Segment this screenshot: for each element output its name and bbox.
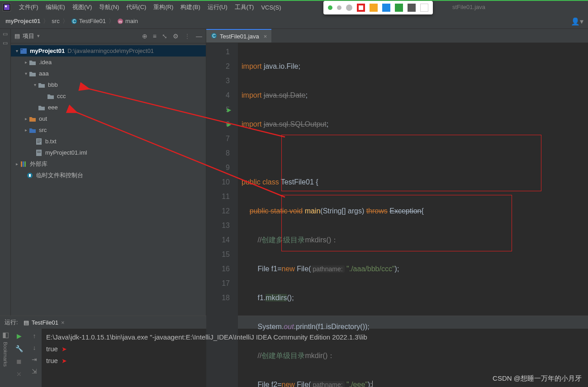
palette-sq-white[interactable] [420,4,428,12]
editor-tabs: C TestFile01.java × [206,29,588,43]
svg-text:m: m [119,19,122,24]
close-icon[interactable]: × [61,319,65,326]
breadcrumb-src[interactable]: src [52,18,59,24]
left-tool-strip: ▭ ▭ [0,29,11,316]
breadcrumb-class[interactable]: CTestFile01 [71,18,106,24]
tree-root[interactable]: ▾ myProject01D:\javalearningcode\myProje… [11,45,206,57]
svg-rect-11 [37,142,40,143]
menu-file[interactable]: 文件(F) [15,3,42,11]
tree-src[interactable]: ▸src [11,124,206,136]
background-tab-text: stFile01.java [452,4,485,10]
exit-icon[interactable]: ⤫ [16,370,22,378]
svg-text:C: C [72,19,76,24]
expand-icon[interactable]: ≡ [153,33,156,40]
palette-sq-orange[interactable] [370,4,378,12]
svg-text:C: C [212,33,215,38]
tree-idea[interactable]: ▸.idea [11,57,206,68]
project-tool-window: ▤ 项目 ▾ ⊕ ≡ ⤡ ⚙ ⋮ — ▾ myProject01D:\javal… [11,29,206,316]
menu-tools[interactable]: 工具(T) [231,3,258,11]
tree-out[interactable]: ▸out [11,113,206,124]
structure-icon[interactable]: ▭ [3,31,8,37]
project-icon[interactable]: ▭ [3,40,8,46]
main-menu-bar: 文件(F) 编辑(E) 视图(V) 导航(N) 代码(C) 重构(R) 构建(B… [0,0,588,14]
svg-rect-9 [37,140,41,140]
breadcrumb: myProject01 〉 src 〉 CTestFile01 〉 mmain [0,14,588,29]
file-icon [35,138,43,145]
user-icon[interactable]: 👤▾ [571,17,583,26]
inline-hint: pathname: [311,265,344,273]
run-gutter-icon[interactable]: ▶ [227,117,231,132]
palette-sq-green[interactable] [395,4,403,12]
tree-btxt[interactable]: b.txt [11,136,206,147]
module-icon [20,47,27,55]
breadcrumb-method[interactable]: mmain [117,18,138,24]
locate-icon[interactable]: ⊕ [142,33,147,40]
class-icon: C [71,18,77,24]
menu-view[interactable]: 视图(V) [69,3,95,11]
palette-sq-dark[interactable] [408,4,416,12]
stop-icon[interactable]: 🔧 [15,345,23,352]
left-tool-strip-bottom: ◧ Bookmarks [0,329,11,387]
tree-bbb[interactable]: ▾bbb [11,79,206,90]
console-output[interactable]: E:\Java\jdk-11.0.15.1\bin\java.exe "-jav… [42,329,588,387]
wrap-icon[interactable]: ⇥ [32,356,37,363]
svg-rect-16 [23,161,24,167]
tree-ccc[interactable]: ccc [11,90,206,102]
close-icon[interactable]: × [264,33,267,40]
folder-icon [29,59,36,66]
tab-testfile01[interactable]: C TestFile01.java × [206,29,271,42]
annotation-arrow-icon: ➤ [62,343,67,355]
dropdown-icon[interactable]: ▾ [37,33,40,39]
export-icon[interactable]: ⇲ [32,368,37,375]
method-icon: m [117,18,123,24]
collapse-icon[interactable]: ⤡ [162,33,167,40]
menu-build[interactable]: 构建(B) [177,3,204,11]
app-logo-icon [3,3,11,11]
run-gutter-icon[interactable]: ▶ [227,103,231,117]
scratch-icon [26,172,33,179]
svg-rect-7 [21,49,23,50]
svg-rect-13 [37,151,41,151]
breadcrumb-project[interactable]: myProject01 [5,18,40,24]
tree-extlib[interactable]: ▸外部库 [11,158,206,170]
svg-rect-15 [21,161,22,167]
tree-eee[interactable]: eee [11,102,206,113]
menu-run[interactable]: 运行(U) [204,3,231,11]
palette-sq-blue[interactable] [382,4,390,12]
palette-dot-green[interactable] [328,5,332,10]
folder-icon [38,81,45,89]
tree-iml[interactable]: myProject01.iml [11,147,206,158]
run-config-icon: ▤ [24,319,29,326]
editor: C TestFile01.java × 1234 5▶ 6▶ 789101112… [206,29,588,316]
palette-dot-gray1[interactable] [337,5,341,10]
dump-icon[interactable]: ◼ [16,358,22,365]
run-actions: ▶ 🔧 ◼ ⤫ [11,329,27,387]
svg-rect-14 [37,152,41,153]
down-icon[interactable]: ↓ [33,344,36,351]
folder-icon [47,93,54,100]
annotation-toolbar[interactable] [323,1,433,14]
folder-icon [29,70,36,77]
menu-refactor[interactable]: 重构(R) [150,3,177,11]
menu-vcs[interactable]: VCS(S) [257,4,285,11]
project-tree[interactable]: ▾ myProject01D:\javalearningcode\myProje… [11,43,206,316]
tree-scratch[interactable]: 临时文件和控制台 [11,170,206,181]
project-view-icon: ▤ [14,33,20,39]
rerun-icon[interactable]: ▶ [17,332,22,340]
menu-nav[interactable]: 导航(N) [95,3,123,11]
run-label: 运行: [5,318,18,326]
folder-icon [29,115,36,123]
up-icon[interactable]: ↑ [33,332,36,340]
project-title[interactable]: ▤ 项目 ▾ [14,32,142,40]
menu-code[interactable]: 代码(C) [123,3,150,11]
tree-aaa[interactable]: ▾aaa [11,68,206,79]
menu-edit[interactable]: 编辑(E) [42,3,69,11]
hide-icon[interactable]: — [196,33,202,40]
run-tab[interactable]: ▤ TestFile01 × [24,319,65,326]
bookmark-icon[interactable]: ◧ [2,330,9,339]
palette-dot-gray2[interactable] [346,5,352,11]
lib-icon [20,160,27,168]
settings-icon[interactable]: ⚙ [173,33,179,40]
svg-rect-1 [5,5,7,7]
palette-sq-red[interactable] [357,4,365,12]
